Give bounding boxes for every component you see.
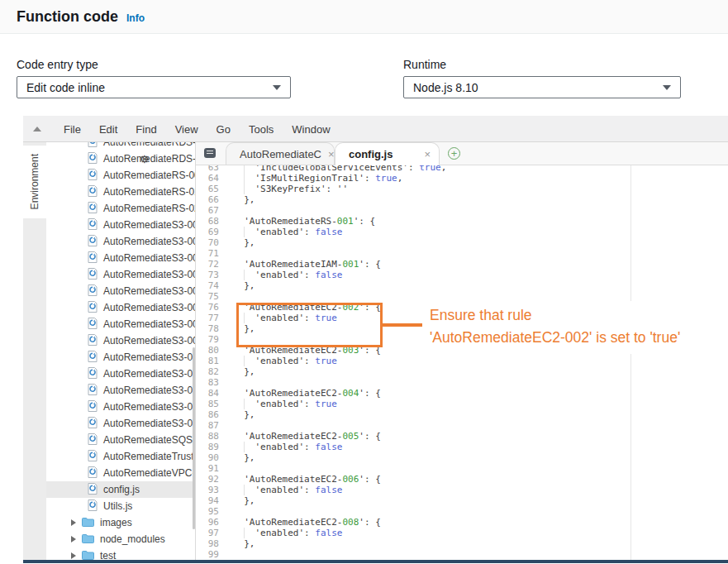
tree-item-autoremediates3-00[interactable]: AutoRemediateS3-00 xyxy=(46,233,195,250)
info-link[interactable]: Info xyxy=(126,12,145,24)
code-line-84[interactable]: 84 'AutoRemediateEC2-004': { xyxy=(196,388,728,399)
tree-item-autoremediaters-00[interactable]: AutoRemediateRS-00 xyxy=(46,167,195,184)
tree-item-autoremediates3-01[interactable]: AutoRemediateS3-01 xyxy=(46,382,195,399)
tab-list-icon[interactable] xyxy=(204,148,216,158)
code-text: 'AutoRemediateEC2-004': { xyxy=(229,388,381,399)
code-text: }, xyxy=(229,237,255,248)
code-line-89[interactable]: 89 'enabled': false xyxy=(196,442,728,452)
code-line-82[interactable]: 82 }, xyxy=(196,366,728,377)
code-text xyxy=(229,549,233,560)
line-number: 67 xyxy=(196,205,229,216)
code-line-63[interactable]: 63 'IncludeGlobalServiceEvents': true, xyxy=(196,165,728,173)
tree-item-autoremediates3-01[interactable]: AutoRemediateS3-01 xyxy=(46,366,195,382)
code-line-85[interactable]: 85 'enabled': true xyxy=(196,399,728,409)
tree-scrollbar[interactable] xyxy=(193,347,195,529)
code-line-96[interactable]: 96 'AutoRemediateEC2-008': { xyxy=(196,517,728,528)
line-number: 93 xyxy=(196,485,229,495)
menu-item-go[interactable]: Go xyxy=(207,118,240,141)
collapse-panel-icon[interactable] xyxy=(33,127,41,131)
tree-item-autoremediates3-00[interactable]: AutoRemediateS3-00 xyxy=(46,283,195,299)
expand-arrow-icon[interactable] xyxy=(71,536,76,542)
tree-item-label: AutoRemediateVPC-0 xyxy=(103,467,196,479)
tree-item-autoremediates3-01[interactable]: AutoRemediateS3-01 xyxy=(46,399,195,415)
tree-item-autoremediates3-00[interactable]: AutoRemediateS3-00 xyxy=(46,349,195,366)
code-line-66[interactable]: 66 }, xyxy=(196,194,728,205)
code-line-65[interactable]: 65 'S3KeyPrefix': '' xyxy=(196,184,728,194)
line-number: 69 xyxy=(196,227,229,237)
tree-item-autoremediatetruste[interactable]: AutoRemediateTruste xyxy=(46,448,195,465)
tree-item-autoremediates3-00[interactable]: AutoRemediateS3-00 xyxy=(46,217,195,233)
tree-item-autoremediatesqs-0[interactable]: AutoRemediateSQS-0 xyxy=(46,432,195,448)
code-line-91[interactable]: 91 xyxy=(196,463,728,474)
line-number: 80 xyxy=(196,345,229,356)
expand-arrow-icon[interactable] xyxy=(71,552,76,559)
code-line-87[interactable]: 87 xyxy=(196,420,728,431)
tree-item-autoremediates3-00[interactable]: AutoRemediateS3-00 xyxy=(46,250,195,266)
tree-item-autoremediaterds-0[interactable]: AutoRemediateRDS-0⚙ xyxy=(46,151,195,167)
tree-item-utils-js[interactable]: Utils.js xyxy=(46,498,195,514)
tree-item-autoremediates3-00[interactable]: AutoRemediateS3-00 xyxy=(46,332,195,349)
tree-folder-test[interactable]: test xyxy=(46,547,195,560)
tree-item-label: AutoRemediateS3-01 xyxy=(103,385,196,396)
tree-item-autoremediaterds-0[interactable]: AutoRemediateRDS-0 xyxy=(46,142,195,151)
editor-tab-autoremediatec[interactable]: AutoRemediateC× xyxy=(226,142,335,165)
code-line-69[interactable]: 69 'enabled': false xyxy=(196,227,728,237)
code-line-94[interactable]: 94 }, xyxy=(196,495,728,506)
code-line-72[interactable]: 72 'AutoRemediateIAM-001': { xyxy=(196,259,728,270)
code-text: 'AutoRemediateIAM-001': { xyxy=(229,259,381,270)
code-line-88[interactable]: 88 'AutoRemediateEC2-005': { xyxy=(196,431,728,442)
expand-arrow-icon[interactable] xyxy=(71,519,76,526)
tree-item-autoremediates3-00[interactable]: AutoRemediateS3-00 xyxy=(46,266,195,283)
new-tab-button[interactable]: + xyxy=(448,147,460,160)
code-text: 'IncludeGlobalServiceEvents': true, xyxy=(229,165,446,173)
tree-item-autoremediates3-01[interactable]: AutoRemediateS3-01 xyxy=(46,415,195,432)
tree-folder-images[interactable]: images xyxy=(46,514,195,531)
code-line-97[interactable]: 97 'enabled': false xyxy=(196,528,728,538)
runtime-select[interactable]: Node.js 8.10 xyxy=(403,76,681,98)
tree-item-autoremediates3-00[interactable]: AutoRemediateS3-00 xyxy=(46,299,195,316)
menu-item-view[interactable]: View xyxy=(166,118,207,141)
code-line-74[interactable]: 74 }, xyxy=(196,280,728,291)
tree-item-config-js[interactable]: config.js xyxy=(46,481,195,498)
code-entry-type-label: Code entry type xyxy=(17,58,98,71)
code-pane[interactable]: 63 'IncludeGlobalServiceEvents': true,64… xyxy=(196,165,728,560)
tree-item-autoremediaters-01[interactable]: AutoRemediateRS-01 xyxy=(46,184,195,200)
chevron-down-icon xyxy=(663,85,671,90)
code-text: 'IsMultiRegionTrail': true, xyxy=(229,173,402,184)
line-number: 71 xyxy=(196,248,229,259)
close-icon[interactable]: × xyxy=(424,148,431,160)
code-text xyxy=(229,334,233,345)
code-line-95[interactable]: 95 xyxy=(196,506,728,517)
line-number: 92 xyxy=(196,474,229,485)
tree-folder-node-modules[interactable]: node_modules xyxy=(46,531,195,547)
code-entry-type-select[interactable]: Edit code inline xyxy=(17,76,291,98)
environment-tab[interactable]: Environment xyxy=(23,146,46,218)
menu-item-file[interactable]: File xyxy=(55,118,90,141)
code-line-64[interactable]: 64 'IsMultiRegionTrail': true, xyxy=(196,173,728,184)
tree-item-autoremediaters-02[interactable]: AutoRemediateRS-02 xyxy=(46,200,195,217)
code-line-68[interactable]: 68 'AutoRemediateRS-001': { xyxy=(196,216,728,227)
code-line-86[interactable]: 86 }, xyxy=(196,409,728,420)
menu-item-tools[interactable]: Tools xyxy=(240,118,283,141)
code-line-71[interactable]: 71 xyxy=(196,248,728,259)
close-icon[interactable]: × xyxy=(328,148,335,160)
code-line-99[interactable]: 99 xyxy=(196,549,728,560)
code-line-73[interactable]: 73 'enabled': false xyxy=(196,270,728,280)
code-line-81[interactable]: 81 'enabled': true xyxy=(196,356,728,366)
tree-item-autoremediatevpc-0[interactable]: AutoRemediateVPC-0 xyxy=(46,465,195,481)
js-file-icon xyxy=(88,417,98,431)
code-line-67[interactable]: 67 xyxy=(196,205,728,216)
editor-tab-config-js[interactable]: config.js× xyxy=(335,142,440,165)
code-line-70[interactable]: 70 }, xyxy=(196,237,728,248)
code-text: 'S3KeyPrefix': '' xyxy=(229,184,348,194)
code-line-98[interactable]: 98 }, xyxy=(196,538,728,549)
js-file-icon xyxy=(88,384,98,398)
menu-item-edit[interactable]: Edit xyxy=(90,118,126,141)
menu-item-find[interactable]: Find xyxy=(126,118,165,141)
tree-item-autoremediates3-00[interactable]: AutoRemediateS3-00 xyxy=(46,316,195,332)
code-line-93[interactable]: 93 'enabled': false xyxy=(196,485,728,495)
menu-item-window[interactable]: Window xyxy=(283,118,339,141)
code-line-92[interactable]: 92 'AutoRemediateEC2-006': { xyxy=(196,474,728,485)
code-line-83[interactable]: 83 xyxy=(196,377,728,388)
code-line-90[interactable]: 90 }, xyxy=(196,452,728,463)
